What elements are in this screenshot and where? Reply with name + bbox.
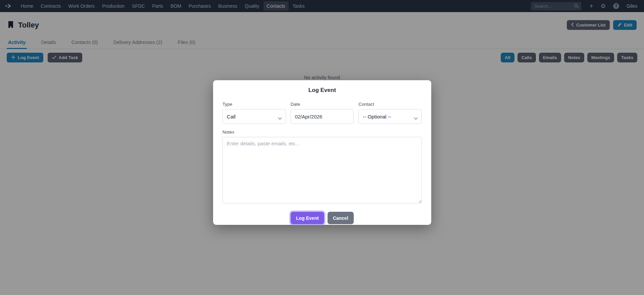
type-field: Type Call bbox=[222, 102, 286, 124]
modal-log-event-button[interactable]: Log Event bbox=[291, 212, 324, 224]
date-field: Date bbox=[291, 102, 354, 124]
contact-value: -- Optional -- bbox=[363, 114, 391, 119]
modal-cancel-button[interactable]: Cancel bbox=[328, 212, 354, 224]
type-select[interactable]: Call bbox=[222, 109, 286, 124]
chevron-down-icon bbox=[414, 115, 418, 121]
contact-field: Contact -- Optional -- bbox=[358, 102, 422, 124]
chevron-down-icon bbox=[278, 115, 282, 121]
contact-label: Contact bbox=[358, 102, 422, 107]
notes-label: Notes bbox=[222, 130, 422, 135]
log-event-modal: Log Event Type Call Date Contact -- Opti… bbox=[213, 80, 431, 225]
type-label: Type bbox=[222, 102, 286, 107]
modal-field-row: Type Call Date Contact -- Optional -- bbox=[222, 102, 422, 124]
type-value: Call bbox=[227, 114, 236, 119]
notes-textarea[interactable] bbox=[222, 137, 422, 203]
contact-select[interactable]: -- Optional -- bbox=[358, 109, 422, 124]
modal-title: Log Event bbox=[222, 87, 422, 94]
notes-field: Notes bbox=[222, 130, 422, 205]
date-label: Date bbox=[291, 102, 354, 107]
date-input[interactable] bbox=[291, 109, 354, 124]
modal-footer: Log Event Cancel bbox=[222, 212, 422, 224]
